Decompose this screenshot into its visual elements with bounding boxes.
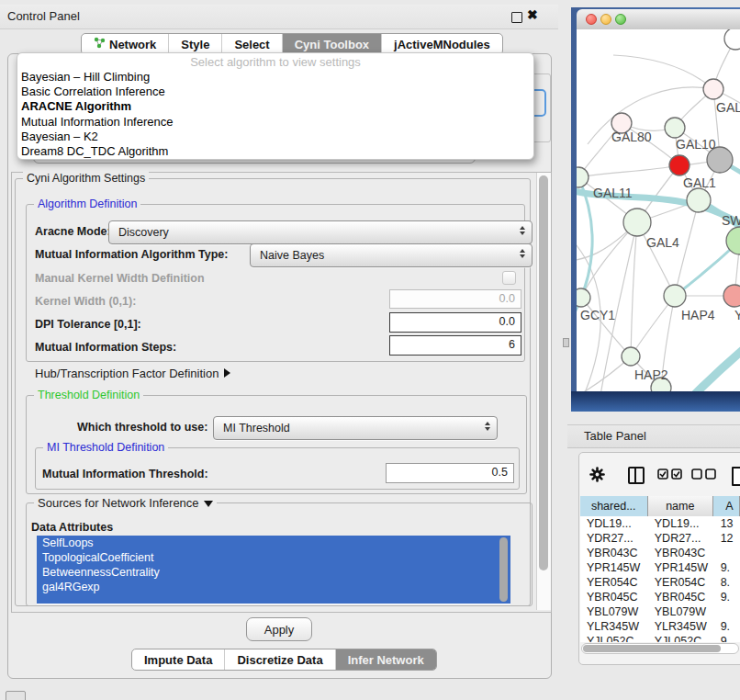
which-threshold-label: Which threshold to use: (77, 421, 207, 434)
network-edge-highlighted (692, 340, 740, 391)
aracne-mode-value: Discovery (118, 226, 169, 239)
table-body[interactable]: YDL19...YDL19...13YDR27...YDR27...12YBR0… (580, 516, 740, 642)
list-item[interactable]: SelfLoops (37, 536, 510, 550)
float-window-icon[interactable] (511, 12, 522, 23)
table-cell: YBR045C (580, 590, 648, 604)
table-row[interactable]: YLR345WYLR345W9. (580, 619, 740, 634)
splitter-handle[interactable] (563, 338, 569, 347)
table-row[interactable]: YDL19...YDL19...13 (580, 516, 740, 531)
table-cell (714, 604, 740, 619)
list-item[interactable]: gal4RGexp (37, 580, 510, 594)
network-node[interactable] (687, 188, 711, 212)
network-node-label: GAL11 (593, 186, 633, 200)
column-header-shared[interactable]: shared... (580, 496, 648, 516)
tab-select[interactable]: Select (221, 34, 281, 54)
network-node[interactable] (665, 118, 685, 138)
table-cell: YDL19... (648, 516, 714, 531)
aracne-mode-label: Aracne Mode: (35, 225, 111, 238)
tab-style[interactable]: Style (168, 34, 221, 54)
aracne-mode-combo[interactable]: Discovery (108, 220, 533, 244)
table-panel-header: Table Panel (567, 424, 740, 448)
algorithm-item-mutual-information[interactable]: Mutual Information Inference (17, 115, 533, 130)
network-node[interactable] (723, 285, 740, 307)
table-row[interactable]: YDR27...YDR27...12 (580, 531, 740, 546)
checked-checkboxes-icon[interactable] (657, 469, 683, 482)
tab-jactivemnodules[interactable]: jActiveMNodules (381, 34, 502, 54)
combo-arrows-icon (520, 226, 525, 235)
algorithm-item-basic-correlation[interactable]: Basic Correlation Inference (17, 85, 533, 99)
kernel-width-field[interactable]: 0.0 (389, 289, 521, 309)
network-edge (631, 222, 637, 356)
column-header-a[interactable]: A (713, 496, 740, 516)
gear-icon[interactable] (589, 467, 605, 485)
network-node[interactable] (622, 347, 640, 366)
tab-discretize-data[interactable]: Discretize Data (224, 649, 334, 670)
sources-toggle[interactable]: Sources for Network Inference (34, 496, 217, 510)
dpi-tolerance-field[interactable]: 0.0 (389, 312, 521, 333)
table-row[interactable]: YER054CYER054C8. (580, 575, 740, 590)
mi-steps-field[interactable]: 6 (389, 335, 521, 356)
table-hscrollbar-thumb[interactable] (583, 645, 721, 652)
network-window-bottom-frame (571, 391, 740, 412)
split-columns-icon[interactable] (628, 467, 645, 484)
table-row[interactable]: YBL079WYBL079W (580, 604, 740, 619)
algorithm-item-dream8[interactable]: Dream8 DC_TDC Algorithm (17, 144, 533, 159)
tab-infer-network-label: Infer Network (348, 653, 424, 667)
settings-scrollbar-thumb[interactable] (539, 175, 548, 570)
table-cell: YPR145W (648, 560, 714, 575)
network-node-label: HAP4 (681, 308, 715, 322)
network-node[interactable] (623, 209, 651, 236)
kernel-width-label: Kernel Width (0,1): (35, 295, 136, 308)
combo-arrows-icon (520, 249, 525, 258)
document-icon[interactable] (732, 467, 740, 486)
network-view-canvas[interactable]: GALGAL80GAL10GAL1GAL11SWI4GAL4GCY1HAP4YH… (577, 29, 740, 391)
data-attributes-list[interactable]: SelfLoops TopologicalCoefficient Between… (37, 536, 510, 604)
list-item[interactable]: BetweennessCentrality (37, 565, 510, 580)
screen: Control Panel ✖ Network Style Select Cyn… (0, 0, 740, 700)
mac-close-icon[interactable] (586, 14, 597, 25)
mi-type-combo[interactable]: Naive Bayes (250, 243, 533, 267)
tab-impute-data[interactable]: Impute Data (132, 649, 224, 670)
tab-infer-network[interactable]: Infer Network (335, 649, 436, 670)
network-node[interactable] (664, 285, 686, 307)
network-node-label: GAL1 (683, 175, 716, 190)
table-cell: YBL079W (580, 604, 648, 619)
table-row[interactable]: YPR145WYPR145W9. (580, 560, 740, 575)
apply-button[interactable]: Apply (246, 617, 312, 641)
mi-threshold-field[interactable]: 0.5 (386, 463, 514, 483)
mac-minimize-icon[interactable] (600, 14, 611, 25)
algorithm-item-bayesian-hill-climbing[interactable]: Bayesian – Hill Climbing (17, 70, 533, 85)
algorithm-item-bayesian-k2[interactable]: Bayesian – K2 (17, 130, 533, 144)
tab-network[interactable]: Network (82, 34, 168, 54)
table-row[interactable]: YBR043CYBR043C (580, 546, 740, 560)
table-row[interactable]: YBR045CYBR045C9. (580, 590, 740, 604)
table-row[interactable]: YJL052CYJL052C9 (580, 634, 740, 642)
manual-kernel-label: Manual Kernel Width Definition (35, 272, 205, 285)
table-cell: 9. (714, 590, 740, 604)
network-node[interactable] (577, 288, 590, 307)
column-header-name[interactable]: name (648, 496, 714, 516)
table-cell: YPR145W (580, 560, 648, 575)
network-node[interactable] (669, 155, 690, 175)
tab-cyni-toolbox[interactable]: Cyni Toolbox (282, 34, 381, 54)
table-header-row: shared... name A (580, 496, 740, 516)
close-icon[interactable]: ✖ (527, 7, 538, 22)
manual-kernel-checkbox[interactable] (502, 271, 516, 285)
network-window-titlebar[interactable] (577, 9, 740, 30)
collapse-down-icon (204, 501, 213, 507)
docked-panel-icon[interactable] (6, 691, 26, 700)
which-threshold-combo[interactable]: MI Threshold (213, 416, 498, 440)
hub-definition-toggle[interactable]: Hub/Transcription Factor Definition (35, 367, 230, 380)
network-node-label: GAL80 (611, 130, 652, 144)
algorithm-item-aracne[interactable]: ARACNE Algorithm (17, 99, 533, 114)
table-cell: YBL079W (648, 604, 714, 619)
network-node[interactable] (577, 167, 589, 187)
network-node[interactable] (724, 29, 740, 50)
network-node[interactable] (703, 79, 723, 99)
unchecked-checkboxes-icon[interactable] (691, 469, 717, 482)
mac-zoom-icon[interactable] (615, 14, 626, 25)
tab-discretize-data-label: Discretize Data (237, 653, 322, 667)
list-item[interactable]: TopologicalCoefficient (37, 550, 510, 565)
list-scrollbar-thumb[interactable] (499, 537, 508, 602)
tab-cyni-toolbox-label: Cyni Toolbox (295, 38, 369, 51)
